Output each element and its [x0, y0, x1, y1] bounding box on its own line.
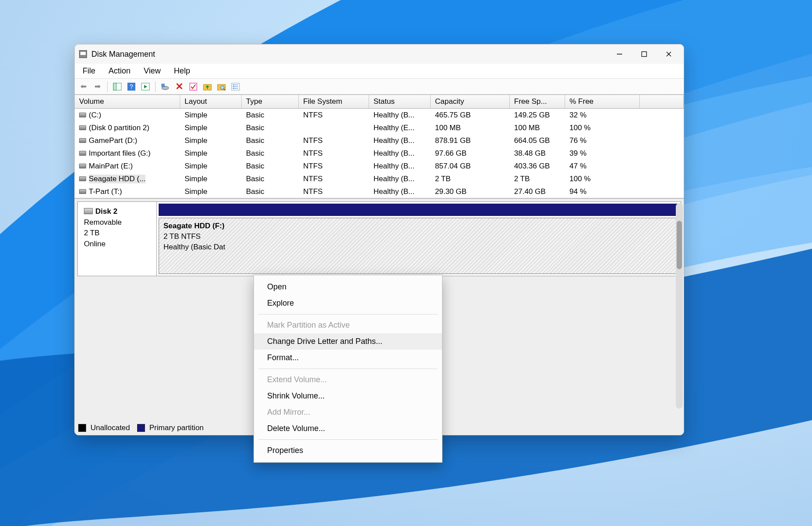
- volume-status: Healthy (B...: [369, 149, 431, 158]
- volume-capacity: 465.75 GB: [431, 111, 510, 120]
- scrollbar-thumb[interactable]: [677, 221, 682, 269]
- partition-status: Healthy (Basic Dat: [163, 242, 674, 252]
- volume-free: 149.25 GB: [510, 111, 565, 120]
- disk-kind: Removable: [84, 217, 150, 228]
- drive-icon: [79, 113, 86, 117]
- close-button[interactable]: [656, 44, 681, 64]
- partition-block[interactable]: Seagate HDD (F:) 2 TB NTFS Healthy (Basi…: [159, 218, 679, 274]
- forward-icon[interactable]: ➡: [92, 81, 103, 92]
- context-menu-item: Mark Partition as Active: [254, 317, 442, 333]
- menu-view[interactable]: View: [143, 66, 162, 77]
- check-icon[interactable]: [188, 81, 199, 92]
- volume-row[interactable]: T-Part (T:)SimpleBasicNTFSHealthy (B...2…: [75, 185, 684, 198]
- drive-icon: [79, 176, 86, 181]
- svg-point-22: [233, 84, 234, 85]
- volume-status: Healthy (B...: [369, 111, 431, 120]
- column-headers: Volume Layout Type File System Status Ca…: [75, 95, 684, 109]
- svg-point-23: [233, 86, 234, 87]
- menu-help[interactable]: Help: [173, 66, 191, 77]
- toolbar-separator: [155, 81, 156, 92]
- disk-row[interactable]: Disk 2 Removable 2 TB Online Seagate HDD…: [77, 201, 681, 276]
- context-menu-item[interactable]: Properties: [254, 442, 442, 459]
- volume-row[interactable]: MainPart (E:)SimpleBasicNTFSHealthy (B..…: [75, 160, 684, 172]
- volume-type: Basic: [242, 162, 299, 171]
- col-status[interactable]: Status: [369, 95, 431, 108]
- volume-row[interactable]: Seagate HDD (...SimpleBasicNTFSHealthy (…: [75, 172, 684, 185]
- volume-fs: NTFS: [299, 149, 369, 158]
- volume-capacity: 97.66 GB: [431, 149, 510, 158]
- volume-layout: Simple: [180, 149, 242, 158]
- drive-icon: [79, 138, 86, 143]
- action-list-icon[interactable]: [140, 81, 151, 92]
- partition-size-fs: 2 TB NTFS: [163, 231, 674, 242]
- col-freespace[interactable]: Free Sp...: [510, 95, 565, 108]
- context-menu-item[interactable]: Explore: [254, 295, 442, 311]
- volume-row[interactable]: (C:)SimpleBasicNTFSHealthy (B...465.75 G…: [75, 109, 684, 121]
- context-menu-item[interactable]: Shrink Volume...: [254, 388, 442, 404]
- volume-free: 38.48 GB: [510, 149, 565, 158]
- menu-file[interactable]: File: [82, 66, 96, 77]
- svg-point-24: [233, 88, 234, 88]
- delete-icon[interactable]: ✕: [174, 81, 185, 92]
- maximize-button[interactable]: [632, 44, 656, 64]
- volume-fs: NTFS: [299, 111, 369, 120]
- col-filesystem[interactable]: File System: [299, 95, 369, 108]
- context-menu-item: Extend Volume...: [254, 372, 442, 388]
- volume-name: T-Part (T:): [89, 187, 122, 196]
- minimize-button[interactable]: [607, 44, 632, 64]
- volume-type: Basic: [242, 124, 299, 132]
- context-menu-item[interactable]: Format...: [254, 350, 442, 366]
- volume-name: Seagate HDD (...: [89, 175, 145, 183]
- volume-row[interactable]: (Disk 0 partition 2)SimpleBasicHealthy (…: [75, 121, 684, 134]
- volume-type: Basic: [242, 136, 299, 145]
- col-pctfree[interactable]: % Free: [565, 95, 640, 108]
- back-icon[interactable]: ⬅: [78, 81, 89, 92]
- volume-type: Basic: [242, 149, 299, 158]
- volume-layout: Simple: [180, 187, 242, 196]
- context-menu-separator: [258, 439, 438, 440]
- col-spacer: [640, 95, 684, 108]
- volume-layout: Simple: [180, 136, 242, 145]
- menu-action[interactable]: Action: [108, 66, 131, 77]
- disk-label: Disk 2: [95, 207, 117, 216]
- volume-type: Basic: [242, 187, 299, 196]
- volume-free: 403.36 GB: [510, 162, 565, 171]
- svg-rect-12: [162, 84, 164, 87]
- volume-pct: 32 %: [565, 111, 640, 120]
- graphical-scrollbar[interactable]: [676, 203, 683, 409]
- svg-text:?: ?: [130, 83, 133, 90]
- options-icon[interactable]: [230, 81, 241, 92]
- volume-pct: 47 %: [565, 162, 640, 171]
- col-type[interactable]: Type: [242, 95, 299, 108]
- folder-search-icon[interactable]: [216, 81, 227, 92]
- legend-unallocated: Unallocated: [91, 424, 130, 432]
- volume-status: Healthy (B...: [369, 162, 431, 171]
- help-icon[interactable]: ?: [126, 81, 137, 92]
- svg-rect-2: [642, 52, 647, 57]
- rescan-icon[interactable]: [160, 81, 170, 92]
- volume-fs: NTFS: [299, 136, 369, 145]
- col-capacity[interactable]: Capacity: [431, 95, 510, 108]
- context-menu-item[interactable]: Change Drive Letter and Paths...: [254, 333, 442, 350]
- volume-row[interactable]: GamePart (D:)SimpleBasicNTFSHealthy (B..…: [75, 134, 684, 147]
- folder-up-icon[interactable]: [202, 81, 213, 92]
- volume-type: Basic: [242, 111, 299, 120]
- context-menu-item[interactable]: Delete Volume...: [254, 420, 442, 437]
- col-volume[interactable]: Volume: [75, 95, 180, 108]
- volume-name: Important files (G:): [89, 149, 151, 158]
- volume-capacity: 2 TB: [431, 175, 510, 183]
- context-menu-item: Add Mirror...: [254, 404, 442, 420]
- disk-icon: [84, 208, 93, 214]
- context-menu-item[interactable]: Open: [254, 279, 442, 295]
- partition-name: Seagate HDD (F:): [163, 221, 674, 231]
- volume-layout: Simple: [180, 124, 242, 132]
- col-layout[interactable]: Layout: [180, 95, 242, 108]
- legend: Unallocated Primary partition: [78, 424, 204, 432]
- legend-primary: Primary partition: [149, 424, 204, 432]
- window-title: Disk Management: [91, 50, 607, 59]
- legend-swatch-unallocated: [78, 424, 86, 432]
- show-hide-tree-icon[interactable]: [112, 81, 123, 92]
- volume-type: Basic: [242, 175, 299, 183]
- volume-capacity: 878.91 GB: [431, 136, 510, 145]
- volume-row[interactable]: Important files (G:)SimpleBasicNTFSHealt…: [75, 147, 684, 160]
